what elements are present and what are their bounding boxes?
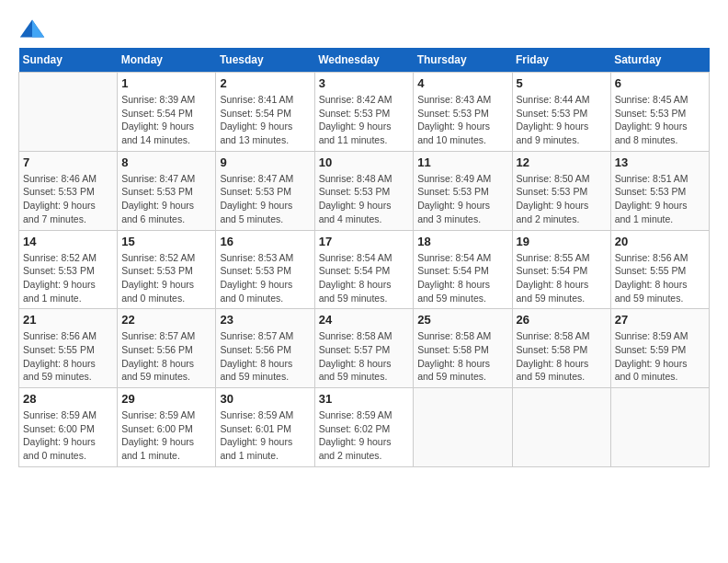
day-info: Sunrise: 8:51 AM Sunset: 5:53 PM Dayligh… bbox=[615, 172, 705, 226]
calendar-cell bbox=[610, 388, 709, 467]
day-of-week-header: Friday bbox=[512, 48, 610, 73]
calendar-cell: 4Sunrise: 8:43 AM Sunset: 5:53 PM Daylig… bbox=[414, 73, 512, 152]
day-info: Sunrise: 8:59 AM Sunset: 6:01 PM Dayligh… bbox=[220, 408, 310, 463]
day-number: 20 bbox=[615, 235, 705, 248]
calendar-body: 1Sunrise: 8:39 AM Sunset: 5:54 PM Daylig… bbox=[19, 73, 710, 467]
day-info: Sunrise: 8:41 AM Sunset: 5:54 PM Dayligh… bbox=[220, 93, 310, 147]
calendar-cell: 9Sunrise: 8:47 AM Sunset: 5:53 PM Daylig… bbox=[216, 151, 314, 230]
calendar-cell: 26Sunrise: 8:58 AM Sunset: 5:58 PM Dayli… bbox=[512, 309, 610, 388]
day-number: 30 bbox=[220, 392, 310, 406]
day-of-week-header: Thursday bbox=[414, 48, 512, 73]
logo bbox=[18, 18, 50, 39]
calendar-cell: 25Sunrise: 8:58 AM Sunset: 5:58 PM Dayli… bbox=[414, 309, 512, 388]
day-number: 4 bbox=[417, 76, 507, 90]
day-info: Sunrise: 8:58 AM Sunset: 5:57 PM Dayligh… bbox=[319, 329, 410, 384]
day-number: 15 bbox=[121, 235, 211, 248]
calendar-cell bbox=[512, 388, 610, 467]
calendar-cell: 30Sunrise: 8:59 AM Sunset: 6:01 PM Dayli… bbox=[216, 388, 314, 467]
day-number: 26 bbox=[517, 313, 607, 327]
day-info: Sunrise: 8:57 AM Sunset: 5:56 PM Dayligh… bbox=[220, 329, 310, 384]
day-info: Sunrise: 8:53 AM Sunset: 5:53 PM Dayligh… bbox=[220, 251, 310, 305]
day-info: Sunrise: 8:59 AM Sunset: 6:00 PM Dayligh… bbox=[121, 408, 211, 463]
calendar-cell: 5Sunrise: 8:44 AM Sunset: 5:53 PM Daylig… bbox=[512, 73, 610, 152]
day-info: Sunrise: 8:58 AM Sunset: 5:58 PM Dayligh… bbox=[517, 329, 607, 384]
calendar-cell: 20Sunrise: 8:56 AM Sunset: 5:55 PM Dayli… bbox=[610, 230, 709, 309]
day-number: 27 bbox=[615, 313, 705, 327]
day-number: 5 bbox=[517, 76, 607, 90]
day-number: 12 bbox=[517, 155, 607, 169]
calendar-cell: 15Sunrise: 8:52 AM Sunset: 5:53 PM Dayli… bbox=[118, 230, 216, 309]
day-number: 10 bbox=[319, 155, 410, 169]
day-info: Sunrise: 8:45 AM Sunset: 5:53 PM Dayligh… bbox=[615, 93, 705, 147]
day-info: Sunrise: 8:58 AM Sunset: 5:58 PM Dayligh… bbox=[417, 329, 507, 384]
calendar-cell: 10Sunrise: 8:48 AM Sunset: 5:53 PM Dayli… bbox=[314, 151, 414, 230]
day-info: Sunrise: 8:49 AM Sunset: 5:53 PM Dayligh… bbox=[417, 172, 507, 226]
day-info: Sunrise: 8:47 AM Sunset: 5:53 PM Dayligh… bbox=[220, 172, 310, 226]
day-number: 8 bbox=[121, 155, 211, 169]
calendar-cell: 13Sunrise: 8:51 AM Sunset: 5:53 PM Dayli… bbox=[610, 151, 709, 230]
day-number: 21 bbox=[23, 313, 113, 327]
day-number: 9 bbox=[220, 155, 310, 169]
calendar-cell: 19Sunrise: 8:55 AM Sunset: 5:54 PM Dayli… bbox=[512, 230, 610, 309]
calendar-cell: 28Sunrise: 8:59 AM Sunset: 6:00 PM Dayli… bbox=[19, 388, 118, 467]
day-number: 2 bbox=[220, 76, 310, 90]
calendar-cell: 16Sunrise: 8:53 AM Sunset: 5:53 PM Dayli… bbox=[216, 230, 314, 309]
calendar-cell: 31Sunrise: 8:59 AM Sunset: 6:02 PM Dayli… bbox=[314, 388, 414, 467]
day-number: 7 bbox=[23, 155, 113, 169]
day-number: 31 bbox=[319, 392, 410, 406]
day-number: 29 bbox=[121, 392, 211, 406]
calendar-week-row: 14Sunrise: 8:52 AM Sunset: 5:53 PM Dayli… bbox=[19, 230, 710, 309]
day-number: 22 bbox=[121, 313, 211, 327]
day-info: Sunrise: 8:54 AM Sunset: 5:54 PM Dayligh… bbox=[319, 251, 410, 305]
calendar-cell: 8Sunrise: 8:47 AM Sunset: 5:53 PM Daylig… bbox=[118, 151, 216, 230]
day-info: Sunrise: 8:47 AM Sunset: 5:53 PM Dayligh… bbox=[121, 172, 211, 226]
calendar-cell: 18Sunrise: 8:54 AM Sunset: 5:54 PM Dayli… bbox=[414, 230, 512, 309]
day-info: Sunrise: 8:57 AM Sunset: 5:56 PM Dayligh… bbox=[121, 329, 211, 384]
calendar-cell: 17Sunrise: 8:54 AM Sunset: 5:54 PM Dayli… bbox=[314, 230, 414, 309]
day-of-week-header: Monday bbox=[118, 48, 216, 73]
day-number: 17 bbox=[319, 235, 410, 248]
day-number: 18 bbox=[417, 235, 507, 248]
day-number: 19 bbox=[517, 235, 607, 248]
calendar-week-row: 1Sunrise: 8:39 AM Sunset: 5:54 PM Daylig… bbox=[19, 73, 710, 152]
day-info: Sunrise: 8:50 AM Sunset: 5:53 PM Dayligh… bbox=[517, 172, 607, 226]
calendar-cell: 7Sunrise: 8:46 AM Sunset: 5:53 PM Daylig… bbox=[19, 151, 118, 230]
day-info: Sunrise: 8:52 AM Sunset: 5:53 PM Dayligh… bbox=[23, 251, 113, 305]
day-info: Sunrise: 8:42 AM Sunset: 5:53 PM Dayligh… bbox=[319, 93, 410, 147]
calendar-header: SundayMondayTuesdayWednesdayThursdayFrid… bbox=[19, 48, 710, 73]
calendar-week-row: 7Sunrise: 8:46 AM Sunset: 5:53 PM Daylig… bbox=[19, 151, 710, 230]
calendar-cell: 1Sunrise: 8:39 AM Sunset: 5:54 PM Daylig… bbox=[118, 73, 216, 152]
calendar-cell bbox=[414, 388, 512, 467]
day-number: 13 bbox=[615, 155, 705, 169]
calendar-cell: 6Sunrise: 8:45 AM Sunset: 5:53 PM Daylig… bbox=[610, 73, 709, 152]
day-info: Sunrise: 8:56 AM Sunset: 5:55 PM Dayligh… bbox=[23, 329, 113, 384]
day-number: 16 bbox=[220, 235, 310, 248]
day-of-week-header: Saturday bbox=[610, 48, 709, 73]
logo-icon bbox=[18, 18, 46, 39]
calendar-table: SundayMondayTuesdayWednesdayThursdayFrid… bbox=[18, 48, 710, 467]
day-info: Sunrise: 8:44 AM Sunset: 5:53 PM Dayligh… bbox=[517, 93, 607, 147]
calendar-cell bbox=[19, 73, 118, 152]
calendar-cell: 27Sunrise: 8:59 AM Sunset: 5:59 PM Dayli… bbox=[610, 309, 709, 388]
day-number: 23 bbox=[220, 313, 310, 327]
day-number: 14 bbox=[23, 235, 113, 248]
calendar-cell: 12Sunrise: 8:50 AM Sunset: 5:53 PM Dayli… bbox=[512, 151, 610, 230]
calendar-cell: 24Sunrise: 8:58 AM Sunset: 5:57 PM Dayli… bbox=[314, 309, 414, 388]
day-number: 28 bbox=[23, 392, 113, 406]
calendar-week-row: 28Sunrise: 8:59 AM Sunset: 6:00 PM Dayli… bbox=[19, 388, 710, 467]
day-info: Sunrise: 8:56 AM Sunset: 5:55 PM Dayligh… bbox=[615, 251, 705, 305]
day-info: Sunrise: 8:48 AM Sunset: 5:53 PM Dayligh… bbox=[319, 172, 410, 226]
calendar-cell: 22Sunrise: 8:57 AM Sunset: 5:56 PM Dayli… bbox=[118, 309, 216, 388]
day-info: Sunrise: 8:43 AM Sunset: 5:53 PM Dayligh… bbox=[417, 93, 507, 147]
day-info: Sunrise: 8:55 AM Sunset: 5:54 PM Dayligh… bbox=[517, 251, 607, 305]
day-info: Sunrise: 8:59 AM Sunset: 6:00 PM Dayligh… bbox=[23, 408, 113, 463]
day-info: Sunrise: 8:46 AM Sunset: 5:53 PM Dayligh… bbox=[23, 172, 113, 226]
day-number: 6 bbox=[615, 76, 705, 90]
calendar-cell: 23Sunrise: 8:57 AM Sunset: 5:56 PM Dayli… bbox=[216, 309, 314, 388]
calendar-cell: 21Sunrise: 8:56 AM Sunset: 5:55 PM Dayli… bbox=[19, 309, 118, 388]
page-header bbox=[18, 18, 710, 39]
calendar-cell: 29Sunrise: 8:59 AM Sunset: 6:00 PM Dayli… bbox=[118, 388, 216, 467]
calendar-cell: 3Sunrise: 8:42 AM Sunset: 5:53 PM Daylig… bbox=[314, 73, 414, 152]
day-info: Sunrise: 8:59 AM Sunset: 6:02 PM Dayligh… bbox=[319, 408, 410, 463]
calendar-cell: 14Sunrise: 8:52 AM Sunset: 5:53 PM Dayli… bbox=[19, 230, 118, 309]
